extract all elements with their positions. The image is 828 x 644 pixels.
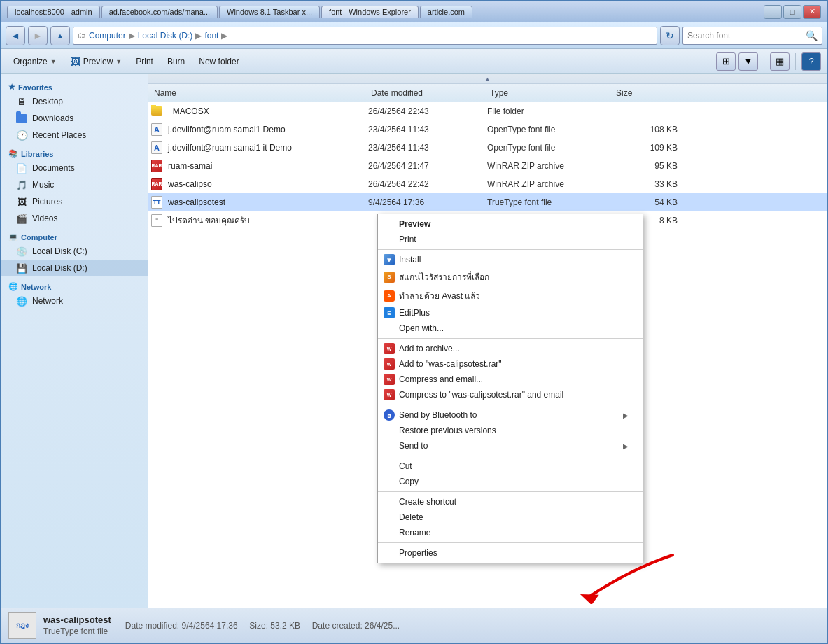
ctx-editplus[interactable]: E EditPlus — [378, 305, 643, 321]
ctx-scan[interactable]: S สแกนไวรัสรายการที่เลือก — [378, 267, 643, 286]
favorites-icon: ★ — [8, 83, 15, 92]
sidebar-label-recent: Recent Places — [32, 130, 86, 140]
crumb-locald[interactable]: Local Disk (D:) — [138, 31, 193, 41]
tab-1[interactable]: localhost:8000 - admin — [7, 6, 100, 18]
forward-button[interactable]: ► — [28, 26, 48, 46]
path-icon: 🗂 — [78, 31, 86, 41]
col-header-type[interactable]: Type — [487, 84, 613, 102]
new-folder-button[interactable]: New folder — [192, 52, 245, 71]
file-item-font2[interactable]: A j.devilfont@ruam samai1 it Demo 23/4/2… — [148, 139, 827, 157]
preview-pane-button[interactable]: ▦ — [770, 52, 790, 71]
tab-5[interactable]: article.com — [420, 6, 472, 18]
crumb-computer[interactable]: Computer — [89, 31, 126, 41]
sendto-arrow: ▶ — [623, 442, 629, 450]
sidebar-item-c[interactable]: 💿 Local Disk (C:) — [1, 243, 148, 260]
file-item-ruam[interactable]: RAR ruam-samai 26/4/2564 21:47 WinRAR ZI… — [148, 157, 827, 175]
ctx-bluetooth[interactable]: ʙ Send by Bluetooth to ▶ — [378, 407, 643, 423]
scan-icon: S — [382, 270, 396, 284]
col-header-name[interactable]: Name — [151, 84, 368, 102]
preview-button[interactable]: 🖼 Preview ▼ — [64, 52, 129, 71]
tab-4[interactable]: font - Windows Explorer — [321, 6, 419, 18]
context-menu: Preview Print ▼ Install S สแกนไวรัสรายกา… — [377, 214, 643, 564]
sidebar-label-network: Network — [32, 296, 63, 306]
ctx-install[interactable]: ▼ Install — [378, 252, 643, 267]
ctx-add-rar[interactable]: W Add to "was-calipsotest.rar" — [378, 356, 643, 372]
winrar-icon2: W — [382, 357, 396, 371]
file-item-font1[interactable]: A j.devilfont@ruam samai1 Demo 23/4/2564… — [148, 120, 827, 139]
view-list-button[interactable]: ▼ — [738, 52, 758, 71]
sidebar-label-pictures: Pictures — [32, 197, 62, 206]
date-created-value: 26/4/25... — [365, 621, 400, 631]
sidebar-label-downloads: Downloads — [32, 113, 73, 123]
ctx-sep6 — [378, 542, 643, 543]
status-dates: Date modified: 9/4/2564 17:36 Size: 53.2… — [125, 621, 400, 631]
toolbar-separator — [764, 53, 764, 70]
pictures-icon: 🖼 — [15, 195, 28, 208]
search-icon: 🔍 — [806, 30, 818, 41]
ctx-add-archive[interactable]: W Add to archive... — [378, 341, 643, 356]
sidebar-item-documents[interactable]: 📄 Documents — [1, 160, 148, 176]
print-button[interactable]: Print — [129, 52, 160, 71]
ctx-copy[interactable]: Copy — [378, 474, 643, 489]
ctx-properties[interactable]: Properties — [378, 545, 643, 561]
ctx-preview[interactable]: Preview — [378, 216, 643, 232]
search-input[interactable] — [687, 31, 803, 41]
refresh-button[interactable]: ↻ — [660, 26, 680, 46]
search-box[interactable]: 🔍 — [682, 27, 822, 45]
ctx-compress-rar-email[interactable]: W Compress to "was-calipsotest.rar" and … — [378, 387, 643, 402]
file-item-calipsotest[interactable]: TT was-calipsotest 9/4/2564 17:36 TrueTy… — [148, 193, 827, 211]
ctx-cut[interactable]: Cut — [378, 458, 643, 474]
sidebar-item-network[interactable]: 🌐 Network — [1, 293, 148, 309]
back-button[interactable]: ◄ — [6, 26, 25, 46]
burn-button[interactable]: Burn — [161, 52, 191, 71]
tab-3[interactable]: Windows 8.1 Taskbar x... — [219, 6, 320, 18]
ctx-sep4 — [378, 456, 643, 456]
ctx-compress-email[interactable]: W Compress and email... — [378, 372, 643, 387]
toolbar-separator2 — [795, 53, 796, 70]
up-button[interactable]: ▲ — [50, 26, 70, 46]
maximize-button[interactable]: □ — [783, 5, 801, 19]
file-item-calipso[interactable]: RAR was-calipso 26/4/2564 22:42 WinRAR Z… — [148, 175, 827, 193]
address-path[interactable]: 🗂 Computer ▶ Local Disk (D:) ▶ font ▶ — [73, 27, 657, 45]
ctx-openwith[interactable]: Open with... — [378, 321, 643, 336]
ctx-create-shortcut[interactable]: Create shortcut — [378, 494, 643, 510]
sidebar-item-recent[interactable]: 🕐 Recent Places — [1, 127, 148, 144]
ctx-delete[interactable]: Delete — [378, 510, 643, 525]
view-details-button[interactable]: ⊞ — [716, 52, 736, 71]
ctx-print[interactable]: Print — [378, 232, 643, 247]
ctx-sendto[interactable]: Send to ▶ — [378, 438, 643, 454]
organize-button[interactable]: Organize ▼ — [7, 52, 63, 71]
drive-c-icon: 💿 — [15, 245, 28, 258]
statusbar: กฎง was-calipsotest TrueType font file D… — [1, 608, 827, 643]
sidebar-item-desktop[interactable]: 🖥 Desktop — [1, 93, 148, 110]
col-header-size[interactable]: Size — [613, 84, 683, 102]
size-label: Size: — [249, 621, 268, 631]
winrar-icon4: W — [382, 388, 396, 402]
close-button[interactable]: ✕ — [803, 5, 821, 19]
sidebar-item-music[interactable]: 🎵 Music — [1, 176, 148, 193]
libraries-section: 📚 Libraries 📄 Documents 🎵 Music — [1, 146, 148, 227]
file-item-macosx[interactable]: _MACOSX 26/4/2564 22:43 File folder — [148, 102, 827, 120]
desktop-icon: 🖥 — [15, 95, 28, 108]
size-value: 53.2 KB — [270, 621, 300, 631]
print-label: Print — [136, 57, 153, 66]
tab-2[interactable]: ad.facebook.com/ads/mana... — [101, 6, 218, 18]
rar-icon1: RAR — [151, 160, 164, 172]
col-header-date[interactable]: Date modified — [368, 84, 487, 102]
help-button[interactable]: ? — [801, 52, 821, 71]
ctx-avast[interactable]: A ทำลายด้วย Avast แล้ว — [378, 286, 643, 305]
sidebar-item-videos[interactable]: 🎬 Videos — [1, 210, 148, 227]
titlebar-tabs: localhost:8000 - admin ad.facebook.com/a… — [7, 6, 764, 18]
sidebar-item-downloads[interactable]: Downloads — [1, 110, 148, 127]
crumb-font[interactable]: font — [204, 31, 218, 41]
ctx-restore[interactable]: Restore previous versions — [378, 423, 643, 438]
folder-icon — [151, 105, 164, 118]
scroll-up-icon: ▲ — [484, 76, 491, 83]
sidebar-item-pictures[interactable]: 🖼 Pictures — [1, 193, 148, 210]
drive-d-icon: 💾 — [15, 262, 28, 274]
sidebar-item-d[interactable]: 💾 Local Disk (D:) — [1, 260, 148, 276]
ctx-rename[interactable]: Rename — [378, 525, 643, 540]
titlebar: localhost:8000 - admin ad.facebook.com/a… — [1, 1, 827, 22]
minimize-button[interactable]: — — [764, 5, 782, 19]
sidebar-label-videos: Videos — [32, 214, 57, 223]
